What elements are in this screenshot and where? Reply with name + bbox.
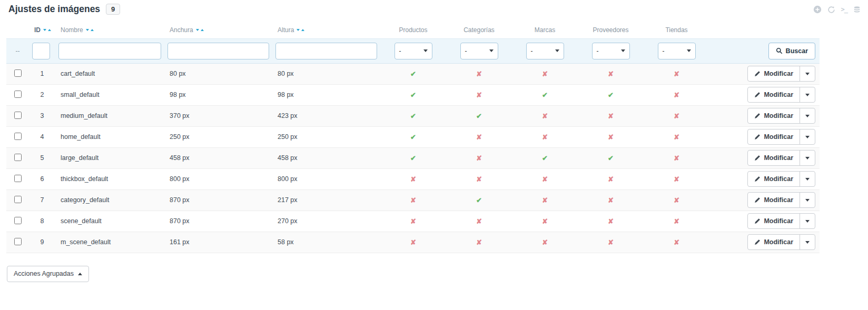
modify-button[interactable]: Modificar (748, 235, 800, 249)
cross-icon[interactable]: ✘ (674, 238, 679, 246)
cross-icon[interactable]: ✘ (608, 112, 614, 120)
cross-icon[interactable]: ✘ (476, 217, 482, 225)
bulk-actions-button[interactable]: Acciones Agrupadas (7, 266, 89, 282)
cross-icon[interactable]: ✘ (542, 112, 548, 120)
cross-icon[interactable]: ✘ (608, 70, 614, 78)
cross-icon[interactable]: ✘ (674, 70, 679, 78)
modify-button[interactable]: Modificar (748, 66, 800, 81)
cross-icon[interactable]: ✘ (608, 196, 614, 204)
sort-desc-icon[interactable] (86, 29, 89, 31)
row-checkbox[interactable] (14, 196, 22, 203)
row-checkbox[interactable] (14, 112, 22, 119)
sort-desc-icon[interactable] (196, 29, 199, 31)
row-checkbox[interactable] (14, 154, 22, 161)
modify-dropdown-toggle[interactable] (800, 172, 815, 186)
filter-name-input[interactable] (58, 43, 161, 59)
cross-icon[interactable]: ✘ (476, 91, 482, 99)
cross-icon[interactable]: ✘ (542, 217, 548, 225)
filter-width-input[interactable] (167, 43, 269, 59)
modify-dropdown-toggle[interactable] (800, 151, 815, 165)
cross-icon[interactable]: ✘ (674, 217, 679, 225)
check-icon[interactable]: ✔ (410, 112, 416, 120)
sort-asc-icon[interactable] (91, 29, 94, 31)
check-icon[interactable]: ✔ (476, 196, 482, 204)
cross-icon[interactable]: ✘ (542, 238, 548, 246)
cross-icon[interactable]: ✘ (410, 217, 416, 225)
cross-icon[interactable]: ✘ (674, 91, 679, 99)
sort-asc-icon[interactable] (201, 29, 204, 31)
cross-icon[interactable]: ✘ (542, 196, 548, 204)
cross-icon[interactable]: ✘ (476, 70, 482, 78)
cross-icon[interactable]: ✘ (410, 238, 416, 246)
row-checkbox[interactable] (14, 238, 22, 245)
cross-icon[interactable]: ✘ (410, 196, 416, 204)
row-checkbox[interactable] (14, 91, 22, 98)
cross-icon[interactable]: ✘ (542, 70, 548, 78)
modify-dropdown-toggle[interactable] (800, 235, 815, 249)
cell-products: ✘ (380, 189, 446, 211)
sort-asc-icon[interactable] (301, 29, 304, 31)
modify-dropdown-toggle[interactable] (800, 108, 815, 123)
refresh-icon[interactable] (827, 6, 835, 14)
cross-icon[interactable]: ✘ (476, 238, 482, 246)
cross-icon[interactable]: ✘ (674, 133, 679, 141)
modify-button[interactable]: Modificar (748, 193, 800, 207)
col-header-stores: Tiendas (644, 20, 709, 38)
modify-dropdown-toggle[interactable] (800, 193, 815, 207)
filter-stores-select[interactable]: - (658, 43, 696, 59)
check-icon[interactable]: ✔ (410, 154, 416, 162)
filter-suppliers-select[interactable]: - (592, 43, 630, 59)
cross-icon[interactable]: ✘ (542, 175, 548, 183)
filter-brands-select[interactable]: - (526, 43, 564, 59)
filter-products-select[interactable]: - (394, 43, 432, 59)
row-checkbox[interactable] (14, 217, 22, 224)
cross-icon[interactable]: ✘ (476, 154, 482, 162)
modify-dropdown-toggle[interactable] (800, 129, 815, 144)
check-icon[interactable]: ✔ (608, 91, 614, 99)
cross-icon[interactable]: ✘ (476, 133, 482, 141)
row-checkbox[interactable] (14, 175, 22, 182)
check-icon[interactable]: ✔ (476, 112, 482, 120)
modify-button[interactable]: Modificar (748, 108, 800, 123)
cross-icon[interactable]: ✘ (608, 238, 614, 246)
modify-button[interactable]: Modificar (748, 87, 800, 102)
modify-dropdown-toggle[interactable] (800, 66, 815, 81)
cross-icon[interactable]: ✘ (608, 217, 614, 225)
cross-icon[interactable]: ✘ (410, 175, 416, 183)
cross-icon[interactable]: ✘ (674, 112, 679, 120)
filter-height-input[interactable] (275, 43, 377, 59)
check-icon[interactable]: ✔ (542, 91, 548, 99)
cell-brands: ✘ (512, 211, 578, 232)
check-icon[interactable]: ✔ (410, 70, 416, 78)
modify-dropdown-toggle[interactable] (800, 87, 815, 102)
modify-button[interactable]: Modificar (748, 172, 800, 186)
check-icon[interactable]: ✔ (410, 91, 416, 99)
check-icon[interactable]: ✔ (410, 133, 416, 141)
check-icon[interactable]: ✔ (608, 154, 614, 162)
row-checkbox[interactable] (14, 69, 22, 77)
sort-asc-icon[interactable] (48, 29, 51, 31)
filter-id-input[interactable] (32, 43, 50, 59)
add-icon[interactable] (813, 5, 822, 14)
chevron-down-icon (805, 178, 810, 181)
sort-desc-icon[interactable] (43, 29, 46, 31)
cross-icon[interactable]: ✘ (542, 133, 548, 141)
cross-icon[interactable]: ✘ (476, 175, 482, 183)
cross-icon[interactable]: ✘ (674, 196, 679, 204)
col-header-categories: Categorías (446, 20, 512, 38)
sort-desc-icon[interactable] (297, 29, 300, 31)
check-icon[interactable]: ✔ (542, 154, 548, 162)
database-icon[interactable] (853, 6, 861, 14)
modify-button[interactable]: Modificar (748, 214, 800, 228)
row-checkbox[interactable] (14, 133, 22, 140)
cross-icon[interactable]: ✘ (608, 175, 614, 183)
cross-icon[interactable]: ✘ (608, 133, 614, 141)
modify-button[interactable]: Modificar (748, 151, 800, 165)
filter-categories-select[interactable]: - (460, 43, 498, 59)
cross-icon[interactable]: ✘ (674, 154, 679, 162)
search-button[interactable]: Buscar (768, 43, 815, 59)
terminal-icon[interactable]: >_ (841, 6, 847, 13)
modify-dropdown-toggle[interactable] (800, 214, 815, 228)
modify-button[interactable]: Modificar (748, 129, 800, 144)
cross-icon[interactable]: ✘ (674, 175, 679, 183)
